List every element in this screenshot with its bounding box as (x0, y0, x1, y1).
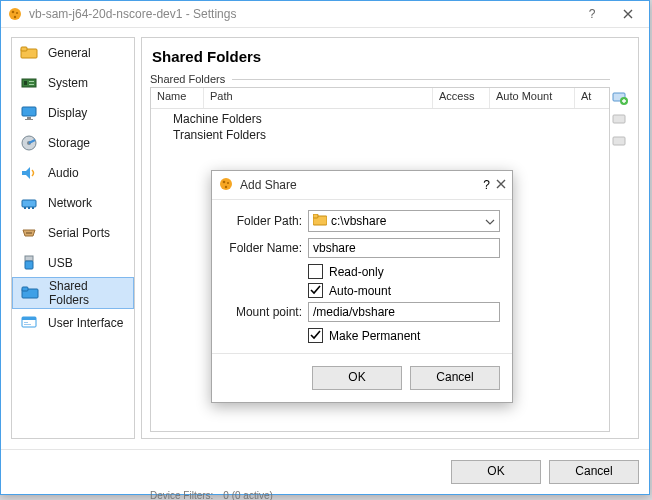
svg-point-36 (227, 181, 229, 183)
sidebar-item-label: General (48, 46, 91, 60)
svg-rect-17 (28, 207, 30, 209)
svg-rect-16 (24, 207, 26, 209)
window-titlebar: vb-sam-j64-20d-nscore-dev1 - Settings ? (1, 1, 649, 28)
settings-footer: OK Cancel (1, 449, 649, 494)
svg-point-0 (9, 8, 21, 20)
help-button[interactable]: ? (577, 4, 607, 24)
serial-ports-icon (20, 224, 38, 242)
app-icon (218, 176, 234, 195)
display-icon (20, 104, 38, 122)
folder-path-combobox[interactable]: c:\vbshare (308, 210, 500, 232)
col-access[interactable]: Access (433, 88, 490, 108)
sidebar-item-serial-ports[interactable]: Serial Ports (12, 218, 134, 248)
col-auto-mount[interactable]: Auto Mount (490, 88, 575, 108)
dialog-help-button[interactable]: ? (483, 178, 490, 192)
svg-rect-39 (313, 214, 318, 218)
svg-rect-25 (22, 287, 28, 291)
user-interface-icon (20, 314, 38, 332)
svg-point-20 (28, 232, 30, 234)
svg-rect-12 (25, 119, 33, 120)
sidebar-item-user-interface[interactable]: User Interface (12, 308, 134, 338)
sidebar-item-label: Storage (48, 136, 90, 150)
make-permanent-label: Make Permanent (329, 329, 420, 343)
add-share-button[interactable] (611, 88, 629, 106)
read-only-label: Read-only (329, 265, 384, 279)
col-at[interactable]: At (575, 88, 609, 108)
sidebar-item-storage[interactable]: Storage (12, 128, 134, 158)
status-device-filters-label: Device Filters: (150, 490, 213, 500)
group-label: Shared Folders (150, 73, 610, 85)
sidebar-item-system[interactable]: System (12, 68, 134, 98)
sidebar-item-label: Shared Folders (49, 279, 125, 307)
svg-rect-29 (24, 324, 31, 325)
svg-rect-33 (613, 137, 625, 145)
sidebar-item-usb[interactable]: USB (12, 248, 134, 278)
svg-rect-22 (25, 256, 33, 261)
pane-header: Shared Folders (150, 44, 610, 73)
sidebar-item-shared-folders[interactable]: Shared Folders (12, 277, 134, 309)
folder-path-value: c:\vbshare (331, 214, 386, 228)
ok-button[interactable]: OK (451, 460, 541, 484)
app-icon (7, 6, 23, 22)
remove-share-button[interactable] (611, 132, 629, 150)
sidebar-item-label: System (48, 76, 88, 90)
dialog-close-button[interactable] (496, 178, 506, 192)
table-row[interactable]: Machine Folders (151, 111, 609, 127)
sidebar-item-network[interactable]: Network (12, 188, 134, 218)
edit-share-button[interactable] (611, 110, 629, 128)
sidebar-item-label: Display (48, 106, 87, 120)
sidebar-item-label: Audio (48, 166, 79, 180)
read-only-checkbox[interactable] (308, 264, 323, 279)
mount-point-label: Mount point: (224, 305, 302, 319)
sidebar-item-audio[interactable]: Audio (12, 158, 134, 188)
sidebar-item-label: USB (48, 256, 73, 270)
svg-rect-27 (22, 317, 36, 320)
usb-icon (20, 254, 38, 272)
auto-mount-checkbox[interactable] (308, 283, 323, 298)
svg-rect-10 (22, 107, 36, 116)
table-row[interactable]: Transient Folders (151, 127, 609, 143)
folder-name-label: Folder Name: (224, 241, 302, 255)
svg-rect-5 (21, 47, 27, 51)
dialog-ok-button[interactable]: OK (312, 366, 402, 390)
svg-point-21 (30, 232, 32, 234)
general-icon (20, 44, 38, 62)
svg-rect-32 (613, 115, 625, 123)
auto-mount-label: Auto-mount (329, 284, 391, 298)
svg-point-35 (223, 180, 226, 183)
cancel-button[interactable]: Cancel (549, 460, 639, 484)
make-permanent-checkbox[interactable] (308, 328, 323, 343)
svg-point-37 (225, 185, 227, 187)
table-header: Name Path Access Auto Mount At (151, 88, 609, 109)
svg-point-3 (14, 16, 16, 18)
dialog-titlebar: Add Share ? (212, 171, 512, 200)
network-icon (20, 194, 38, 212)
system-icon (20, 74, 38, 92)
svg-rect-28 (24, 322, 28, 323)
settings-sidebar: General System Display Storage Audio (11, 37, 135, 439)
folder-name-input[interactable] (308, 238, 500, 258)
chevron-down-icon (485, 214, 495, 228)
svg-rect-11 (27, 117, 31, 119)
folder-path-label: Folder Path: (224, 214, 302, 228)
sidebar-item-general[interactable]: General (12, 38, 134, 68)
audio-icon (20, 164, 38, 182)
shared-folders-icon (21, 284, 39, 302)
status-device-filters-value: 0 (0 active) (223, 490, 272, 500)
sidebar-item-label: User Interface (48, 316, 123, 330)
svg-rect-18 (32, 207, 34, 209)
close-button[interactable] (613, 4, 643, 24)
storage-icon (20, 134, 38, 152)
dialog-cancel-button[interactable]: Cancel (410, 366, 500, 390)
status-strip: Device Filters: 0 (0 active) (150, 490, 273, 500)
mount-point-input[interactable] (308, 302, 500, 322)
svg-rect-7 (24, 81, 27, 85)
col-name[interactable]: Name (151, 88, 204, 108)
sidebar-item-label: Network (48, 196, 92, 210)
col-path[interactable]: Path (204, 88, 433, 108)
dialog-title: Add Share (240, 178, 477, 192)
add-share-dialog: Add Share ? Folder Path: c:\vbshare Fold… (211, 170, 513, 403)
svg-rect-23 (25, 261, 33, 269)
sidebar-item-display[interactable]: Display (12, 98, 134, 128)
svg-point-1 (12, 11, 15, 14)
